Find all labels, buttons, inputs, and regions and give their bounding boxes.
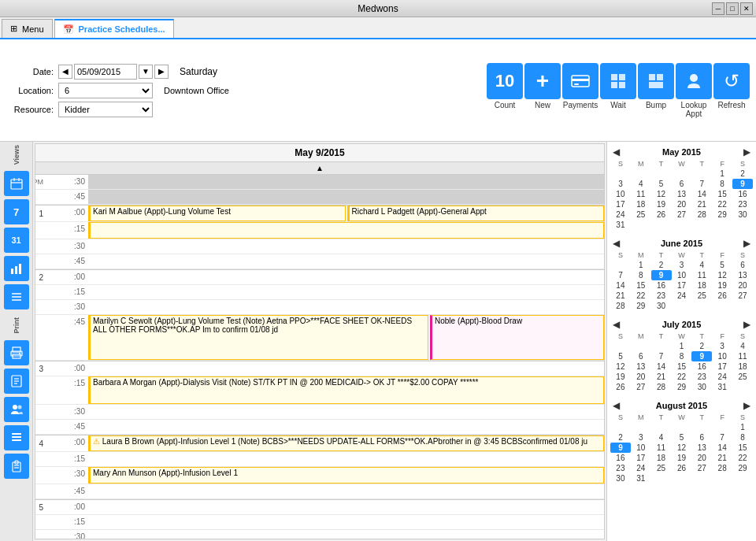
new-button[interactable]: + New bbox=[524, 63, 561, 109]
jun-d-25[interactable]: 25 bbox=[691, 291, 712, 301]
jun-d-2[interactable]: 2 bbox=[651, 260, 672, 270]
jul-d-25[interactable]: 25 bbox=[732, 372, 753, 382]
appt-barbara[interactable]: Barbara A Morgan (Appt)-Dialysis Visit (… bbox=[88, 376, 604, 404]
aug-d-19[interactable]: 19 bbox=[672, 453, 692, 463]
payments-button[interactable]: Payments bbox=[562, 63, 598, 109]
may-d-19[interactable]: 19 bbox=[651, 199, 672, 209]
resource-select[interactable]: Kidder bbox=[58, 102, 153, 117]
sidebar-lines-icon[interactable] bbox=[4, 425, 29, 450]
may-prev-button[interactable]: ◀ bbox=[610, 146, 622, 157]
schedule-body[interactable]: ▲ PM :30 :45 1 :00 Kari M Aalbue (Appt)-… bbox=[35, 162, 604, 539]
jun-d-21[interactable]: 21 bbox=[610, 291, 631, 301]
aug-d-6[interactable]: 6 bbox=[691, 432, 712, 443]
jul-d-7[interactable]: 7 bbox=[651, 351, 672, 361]
aug-prev-button[interactable]: ◀ bbox=[610, 400, 622, 411]
may-d-28[interactable]: 28 bbox=[691, 209, 712, 220]
aug-d-2[interactable]: 2 bbox=[610, 432, 631, 443]
appt-maryann[interactable]: Mary Ann Munson (Appt)-Infusion Level 1 bbox=[88, 467, 604, 484]
sidebar-month-icon[interactable]: 31 bbox=[4, 228, 29, 253]
jun-d-12[interactable]: 12 bbox=[712, 270, 732, 280]
aug-d-8[interactable]: 8 bbox=[732, 432, 753, 443]
jul-d-19[interactable]: 19 bbox=[610, 372, 631, 382]
may-d-23[interactable]: 23 bbox=[732, 199, 753, 209]
jun-d-10[interactable]: 10 bbox=[672, 270, 692, 280]
may-d-9[interactable]: 9 bbox=[732, 179, 753, 189]
may-d-18[interactable]: 18 bbox=[631, 199, 651, 209]
may-d-16[interactable]: 16 bbox=[732, 189, 753, 199]
jul-d-27[interactable]: 27 bbox=[631, 382, 651, 392]
aug-d-30[interactable]: 30 bbox=[610, 473, 631, 484]
jul-d-26[interactable]: 26 bbox=[610, 382, 631, 392]
jul-d-30[interactable]: 30 bbox=[691, 382, 712, 392]
aug-d-18[interactable]: 18 bbox=[651, 453, 672, 463]
jul-d-31[interactable]: 31 bbox=[712, 382, 732, 392]
aug-d-3[interactable]: 3 bbox=[631, 432, 651, 443]
jul-d-21[interactable]: 21 bbox=[651, 372, 672, 382]
jun-d-16[interactable]: 16 bbox=[651, 280, 672, 291]
jun-d-14[interactable]: 14 bbox=[610, 280, 631, 291]
sidebar-list-icon[interactable] bbox=[4, 284, 29, 309]
may-d-20[interactable]: 20 bbox=[672, 199, 692, 209]
jun-d-9[interactable]: 9 bbox=[651, 270, 672, 280]
jul-d-9[interactable]: 9 bbox=[691, 351, 712, 361]
aug-d-25[interactable]: 25 bbox=[651, 463, 672, 473]
jul-d-11[interactable]: 11 bbox=[732, 351, 753, 361]
jul-d-22[interactable]: 22 bbox=[672, 372, 692, 382]
aug-d-22[interactable]: 22 bbox=[732, 453, 753, 463]
may-d-6[interactable]: 6 bbox=[672, 179, 692, 189]
sidebar-clipboard-icon[interactable] bbox=[4, 454, 29, 479]
aug-d-31[interactable]: 31 bbox=[631, 473, 651, 484]
aug-d-13[interactable]: 13 bbox=[691, 443, 712, 453]
jul-d-14[interactable]: 14 bbox=[651, 361, 672, 372]
jul-d-15[interactable]: 15 bbox=[672, 361, 692, 372]
jun-d-26[interactable]: 26 bbox=[712, 291, 732, 301]
appt-marilyn[interactable]: Marilyn C Sewolt (Appt)-Lung Volume Test… bbox=[88, 315, 428, 360]
may-d-1[interactable]: 1 bbox=[712, 169, 732, 179]
location-select[interactable]: 6 bbox=[58, 83, 153, 98]
may-d-8[interactable]: 8 bbox=[712, 179, 732, 189]
may-d-27[interactable]: 27 bbox=[672, 209, 692, 220]
wait-button[interactable]: Wait bbox=[600, 63, 636, 109]
sidebar-week-icon[interactable]: 7 bbox=[4, 199, 29, 224]
may-d-7[interactable]: 7 bbox=[691, 179, 712, 189]
aug-d-11[interactable]: 11 bbox=[651, 443, 672, 453]
jul-d-17[interactable]: 17 bbox=[712, 361, 732, 372]
sidebar-people-icon[interactable] bbox=[4, 397, 29, 422]
aug-d-15[interactable]: 15 bbox=[732, 443, 753, 453]
jul-d-3[interactable]: 3 bbox=[712, 341, 732, 351]
appt-laura[interactable]: ⚠ Laura B Brown (Appt)-Infusion Level 1 … bbox=[88, 435, 604, 451]
may-d-10[interactable]: 10 bbox=[610, 189, 631, 199]
jul-d-8[interactable]: 8 bbox=[672, 351, 692, 361]
aug-d-23[interactable]: 23 bbox=[610, 463, 631, 473]
may-d-24[interactable]: 24 bbox=[610, 209, 631, 220]
appt-kari[interactable]: Kari M Aalbue (Appt)-Lung Volume Test bbox=[88, 206, 346, 221]
aug-d-4[interactable]: 4 bbox=[651, 432, 672, 443]
jun-d-22[interactable]: 22 bbox=[631, 291, 651, 301]
jun-d-13[interactable]: 13 bbox=[732, 270, 753, 280]
aug-d-10[interactable]: 10 bbox=[631, 443, 651, 453]
refresh-button[interactable]: ↺ Refresh bbox=[713, 63, 750, 109]
may-d-21[interactable]: 21 bbox=[691, 199, 712, 209]
date-next-button[interactable]: ▶ bbox=[154, 65, 169, 79]
aug-d-24[interactable]: 24 bbox=[631, 463, 651, 473]
may-d-5[interactable]: 5 bbox=[651, 179, 672, 189]
tab-practice[interactable]: 📅 Practice Schedules... bbox=[54, 19, 174, 38]
tab-menu[interactable]: ⊞ Menu bbox=[2, 19, 53, 38]
may-d-17[interactable]: 17 bbox=[610, 199, 631, 209]
minimize-button[interactable]: ─ bbox=[712, 2, 724, 15]
sidebar-doc-icon[interactable] bbox=[4, 369, 29, 394]
jun-d-3[interactable]: 3 bbox=[672, 260, 692, 270]
date-prev-button[interactable]: ◀ bbox=[58, 65, 72, 79]
jun-d-7[interactable]: 7 bbox=[610, 270, 631, 280]
aug-d-5[interactable]: 5 bbox=[672, 432, 692, 443]
jun-d-1[interactable]: 1 bbox=[631, 260, 651, 270]
bump-button[interactable]: Bump bbox=[638, 63, 674, 109]
may-d-13[interactable]: 13 bbox=[672, 189, 692, 199]
jul-d-16[interactable]: 16 bbox=[691, 361, 712, 372]
date-dropdown-button[interactable]: ▼ bbox=[139, 65, 153, 79]
may-d-26[interactable]: 26 bbox=[651, 209, 672, 220]
aug-d-26[interactable]: 26 bbox=[672, 463, 692, 473]
may-d-14[interactable]: 14 bbox=[691, 189, 712, 199]
jun-d-28[interactable]: 28 bbox=[610, 301, 631, 311]
may-d-15[interactable]: 15 bbox=[712, 189, 732, 199]
